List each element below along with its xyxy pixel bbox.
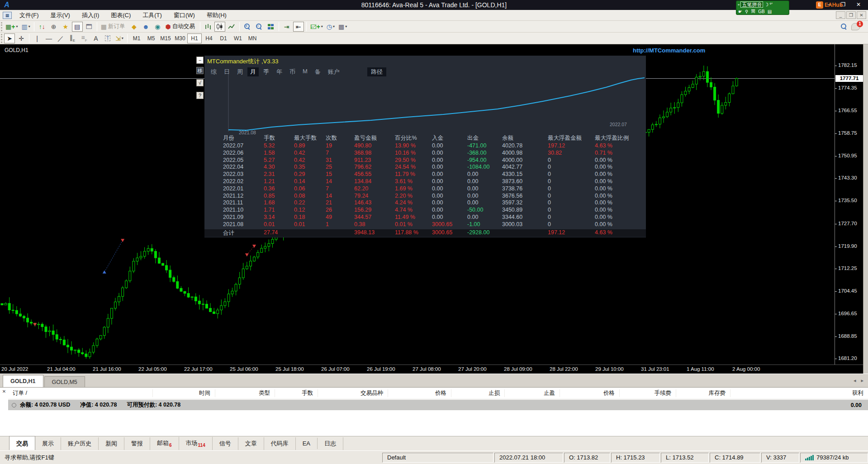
timeframe-M1[interactable]: M1 [129, 33, 144, 43]
terminal-window-button[interactable]: 🗔 [84, 22, 95, 32]
order-column-2[interactable]: 类型 [215, 389, 275, 397]
zoom-in-button[interactable]: + [242, 22, 253, 32]
order-column-1[interactable]: 时间 [153, 389, 215, 397]
chart-tab-scroll-arrows[interactable]: ◂ ▸ [854, 378, 865, 384]
timeframe-D1[interactable]: D1 [216, 33, 231, 43]
menu-item-T[interactable]: 工具(T) [137, 10, 168, 21]
timeframe-MN[interactable]: MN [245, 33, 260, 43]
chart-scrollbar[interactable] [863, 44, 868, 374]
terminal-tab-警报[interactable]: 警报 [124, 437, 150, 450]
horizontal-line-button[interactable]: — [43, 33, 54, 43]
terminal-tab-日志[interactable]: 日志 [318, 437, 343, 450]
window-close-button[interactable]: ✕ [852, 1, 865, 9]
terminal-tab-EA[interactable]: EA [296, 438, 318, 449]
terminal-tab-代码库[interactable]: 代码库 [264, 437, 296, 450]
new-chart-button[interactable]: ▦+▾ [4, 22, 19, 32]
chart-close-button[interactable]: ✕ [857, 11, 866, 19]
fibonacci-button[interactable]: ≡F [79, 33, 90, 43]
line-chart-mode-button[interactable] [226, 22, 237, 32]
panel-help-button[interactable]: ? [196, 92, 204, 99]
ime-collapse-icon[interactable]: « [738, 3, 740, 7]
tile-windows-button[interactable] [266, 22, 276, 32]
terminal-tab-文章[interactable]: 文章 [238, 437, 264, 450]
order-column-11[interactable]: 获利 [730, 389, 868, 397]
favorites-button[interactable]: ★ [60, 22, 71, 32]
order-column-4[interactable]: 交易品种 [318, 389, 388, 397]
data-window-button[interactable]: ⊕ [48, 22, 59, 32]
menu-item-I[interactable]: 插入(I) [76, 10, 105, 21]
trendline-button[interactable]: ／ [55, 33, 66, 43]
ime-search-icon[interactable]: ⚲ [745, 9, 748, 14]
chat-button[interactable]: 1 [850, 22, 862, 32]
crosshair-button[interactable]: ✛ [16, 33, 27, 43]
auto-scroll-button[interactable]: ⇥ [281, 22, 292, 32]
timeframe-W1[interactable]: W1 [231, 33, 245, 43]
order-column-6[interactable]: 止损 [451, 389, 505, 397]
menu-item-F[interactable]: 文件(F) [14, 10, 45, 21]
panel-check-button[interactable]: √ [196, 79, 204, 86]
ime-moon-icon[interactable]: ☽ [764, 2, 768, 8]
navigator-button[interactable]: ▤ [72, 22, 83, 32]
ime-toolbar[interactable]: « 五笔拼音 ☽ °' ☛ ⚲ 简 GB ▤ [736, 0, 789, 15]
timeframe-H1[interactable]: H1 [187, 33, 202, 43]
chart-profiles-button[interactable]: ▥▾ [20, 22, 31, 32]
candlestick-mode-button[interactable] [214, 22, 225, 32]
ime-gb-icon[interactable]: GB [758, 9, 764, 14]
chart-shift-button[interactable]: ⇤ [293, 22, 304, 32]
menu-item-W[interactable]: 窗口(W) [168, 10, 201, 21]
toolbar-grip[interactable] [1, 34, 3, 43]
timeframe-M30[interactable]: M30 [173, 33, 187, 43]
terminal-tab-新闻[interactable]: 新闻 [99, 437, 124, 450]
ime-simplified-icon[interactable]: 简 [751, 8, 755, 14]
order-column-8[interactable]: 价格 [560, 389, 620, 397]
chart-restore-button[interactable]: ❐ [846, 11, 856, 19]
indicators-button[interactable]: 🗠+▾ [309, 22, 324, 32]
ime-keyboard-icon[interactable]: ▤ [768, 9, 772, 14]
market-button[interactable]: ◉ [152, 22, 163, 32]
terminal-tab-交易[interactable]: 交易 [9, 436, 35, 450]
periods-button[interactable]: ◷▾ [325, 22, 336, 32]
market-watch-button[interactable]: ↑↓ [37, 22, 47, 32]
order-column-7[interactable]: 止盈 [505, 389, 560, 397]
chart-minimize-button[interactable]: _ [836, 11, 845, 19]
order-column-5[interactable]: 价格 [388, 389, 451, 397]
terminal-tab-邮箱[interactable]: 邮箱6 [150, 437, 179, 450]
order-column-10[interactable]: 库存费 [676, 389, 730, 397]
text-button[interactable]: A [90, 33, 101, 43]
text-label-button[interactable]: T [102, 33, 113, 43]
ime-punct-icon[interactable]: °' [769, 2, 773, 7]
chart-system-menu-icon[interactable]: ▦ [3, 12, 12, 19]
cursor-button[interactable]: ➤ [4, 33, 15, 43]
menu-item-H[interactable]: 帮助(H) [201, 10, 232, 21]
timeframe-H4[interactable]: H4 [202, 33, 216, 43]
autotrading-button[interactable]: ⬢自动交易 [164, 22, 197, 32]
equidistant-channel-button[interactable]: ∥E [67, 33, 78, 43]
toolbar-grip[interactable] [1, 22, 3, 31]
bar-chart-mode-button[interactable] [203, 22, 213, 32]
metaeditor-button[interactable]: ◆ [128, 22, 139, 32]
order-column-9[interactable]: 手续费 [620, 389, 676, 397]
vertical-line-button[interactable]: | [32, 33, 43, 43]
timeframe-M15[interactable]: M15 [158, 33, 173, 43]
menu-item-V[interactable]: 显示(V) [45, 10, 76, 21]
ime-hand-icon[interactable]: ☛ [738, 9, 742, 14]
chart-canvas[interactable]: GOLD,H1 http://MTCommander.com − 移 √ ? M… [0, 44, 835, 365]
templates-button[interactable]: ▩▾ [337, 22, 348, 32]
terminal-tab-信号[interactable]: 信号 [213, 437, 238, 450]
panel-minimize-button[interactable]: − [196, 57, 204, 64]
new-order-button[interactable]: ▦新订单 [100, 22, 128, 32]
menu-item-C[interactable]: 图表(C) [105, 10, 137, 21]
panel-move-button[interactable]: 移 [196, 67, 204, 74]
ime-mode-label[interactable]: 五笔拼音 [740, 1, 763, 8]
terminal-close-button[interactable]: ✕ [1, 388, 7, 395]
chart-tab-GOLD-H1[interactable]: GOLD,H1 [3, 375, 43, 387]
chart-tab-GOLD-M5[interactable]: GOLD,M5 [44, 376, 85, 387]
timeframe-M5[interactable]: M5 [144, 33, 158, 43]
zoom-out-button[interactable]: − [254, 22, 265, 32]
terminal-tab-展示[interactable]: 展示 [35, 437, 61, 450]
order-column-0[interactable]: 订单 / [8, 389, 153, 397]
terminal-tab-市场[interactable]: 市场114 [179, 437, 213, 450]
search-button[interactable] [838, 22, 849, 32]
signals-button[interactable]: ☻ [140, 22, 151, 32]
order-column-3[interactable]: 手数 [275, 389, 318, 397]
